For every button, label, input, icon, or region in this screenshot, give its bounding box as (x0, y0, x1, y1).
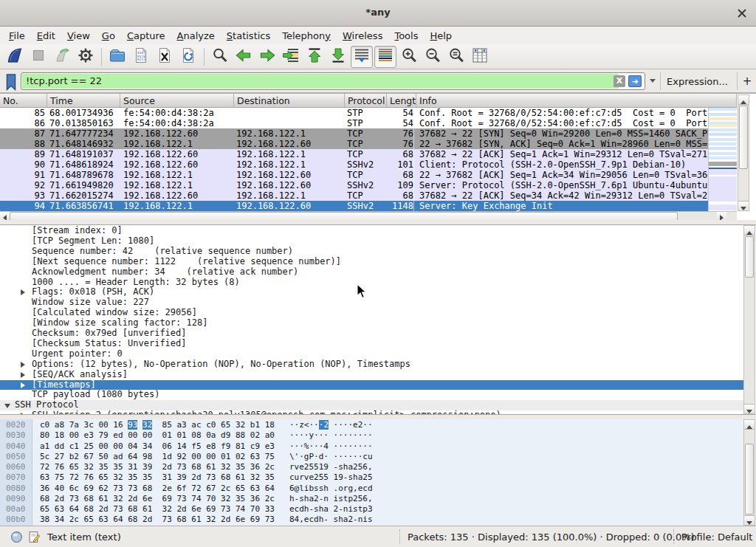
restart-capture-button[interactable] (51, 46, 73, 68)
capture-comment-icon[interactable] (28, 531, 41, 543)
hex-row-0090[interactable]: 009068 2d 73 68 61 32 2d 6e 69 73 74 70 … (0, 494, 743, 504)
menu-file[interactable]: File (3, 28, 31, 44)
start-capture-button[interactable] (4, 46, 26, 68)
scroll-down-icon[interactable] (744, 515, 755, 525)
column-header-destination[interactable]: Destination (234, 94, 345, 108)
go-forward-button[interactable] (256, 46, 278, 68)
packet-row-88[interactable]: 8871.648146932192.168.122.1192.168.122.6… (0, 139, 708, 149)
find-packet-button[interactable] (209, 46, 231, 68)
expander-collapsed-icon[interactable] (21, 289, 25, 295)
close-file-button[interactable] (154, 46, 176, 68)
expression-button[interactable]: Expression... (667, 76, 728, 87)
menu-go[interactable]: Go (96, 28, 121, 44)
intelligent-scrollbar-minimap[interactable] (708, 108, 737, 211)
scroll-up-icon[interactable] (744, 226, 755, 235)
detail-tree-item[interactable]: [Timestamps] (0, 380, 743, 391)
filter-apply-button[interactable]: ➜ (628, 75, 642, 87)
detail-tree-item[interactable]: [SEQ/ACK analysis] (0, 370, 743, 380)
scrollbar-thumb[interactable] (745, 236, 754, 278)
expander-collapsed-icon[interactable] (21, 362, 25, 368)
scroll-up-icon[interactable] (744, 420, 755, 430)
go-to-packet-button[interactable] (280, 46, 302, 68)
open-file-button[interactable] (106, 46, 128, 68)
detail-tree-item[interactable]: [TCP Segment Len: 1080] (0, 236, 743, 247)
hex-row-0040[interactable]: 0040a1 dd c1 25 00 00 04 34 06 14 f5 e8 … (0, 441, 743, 452)
column-header-length[interactable]: Length (387, 94, 416, 108)
column-header-source[interactable]: Source (120, 94, 234, 108)
packet-row-90[interactable]: 9071.648618924192.168.122.60192.168.122.… (0, 159, 708, 170)
profile-status[interactable]: Profile: Default (681, 531, 752, 543)
go-first-button[interactable] (303, 46, 326, 68)
detail-tree-item[interactable]: 1000 .... = Header Length: 32 bytes (8) (0, 278, 743, 288)
hex-row-0070[interactable]: 007063 75 72 76 65 32 35 35 31 39 2d 73 … (0, 472, 743, 483)
go-last-button[interactable] (327, 46, 349, 68)
scroll-down-icon[interactable] (744, 404, 755, 413)
titlebar[interactable]: *any (0, 0, 756, 27)
scrollbar-thumb[interactable] (745, 444, 754, 515)
hex-row-00b0[interactable]: 00b038 34 2c 65 63 64 68 2d 73 68 61 32 … (0, 515, 743, 525)
packet-row-94[interactable]: 9471.663856741192.168.122.1192.168.122.6… (0, 201, 708, 211)
zoom-reset-button[interactable] (445, 46, 467, 68)
packet-list-vscrollbar[interactable] (738, 94, 749, 211)
detail-tree-item[interactable]: Sequence number: 42 (relative sequence n… (0, 247, 743, 257)
detail-tree-item[interactable]: [Next sequence number: 1122 (relative se… (0, 257, 743, 267)
detail-tree-item[interactable]: Flags: 0x018 (PSH, ACK) (0, 287, 743, 297)
packet-row-86[interactable]: 8670.013850163fe:54:00:d4:38:2aSTP54Conf… (0, 118, 708, 128)
column-header-info[interactable]: Info (416, 94, 737, 108)
filter-clear-button[interactable]: X (614, 75, 625, 87)
hex-row-0050[interactable]: 00505c 27 b2 67 50 ad 64 98 1d 92 00 00 … (0, 452, 743, 462)
hex-vscrollbar[interactable] (743, 419, 755, 526)
resize-columns-button[interactable] (469, 46, 491, 68)
filter-dropdown-caret[interactable] (650, 79, 656, 83)
expander-collapsed-icon[interactable] (21, 372, 25, 378)
packet-row-91[interactable]: 9171.648789678192.168.122.1192.168.122.6… (0, 170, 708, 180)
scroll-down-icon[interactable] (738, 201, 749, 210)
detail-vscrollbar[interactable] (743, 225, 755, 414)
capture-options-button[interactable] (75, 46, 97, 68)
expander-expanded-icon[interactable] (4, 404, 10, 408)
scrollbar-thumb[interactable] (739, 106, 748, 169)
menu-telephony[interactable]: Telephony (276, 28, 337, 44)
stop-capture-button[interactable] (27, 46, 49, 68)
detail-tree-item[interactable]: Checksum: 0x79ed [unverified] (0, 328, 743, 339)
detail-tree-item[interactable]: Window size value: 227 (0, 297, 743, 308)
detail-tree-item[interactable]: TCP payload (1080 bytes) (0, 390, 743, 400)
detail-tree-item[interactable]: Urgent pointer: 0 (0, 349, 743, 359)
save-file-button[interactable]: 010101100111 (130, 46, 152, 68)
menu-capture[interactable]: Capture (121, 28, 171, 44)
detail-tree-item[interactable]: SSH Protocol (0, 400, 743, 410)
display-filter-input[interactable]: !tcp.port == 22 (22, 74, 619, 89)
detail-tree-item[interactable]: [Stream index: 0] (0, 226, 743, 236)
packet-row-93[interactable]: 9371.662015274192.168.122.60192.168.122.… (0, 190, 708, 201)
expander-collapsed-icon[interactable] (21, 382, 25, 388)
hex-row-0020[interactable]: 0020c0 a8 7a 3c 00 16 93 32 85 a3 ac c0 … (0, 420, 743, 430)
hex-row-0080[interactable]: 008036 40 6c 69 62 73 73 68 2e 6f 72 67 … (0, 484, 743, 494)
menu-tools[interactable]: Tools (388, 28, 424, 44)
hex-row-00a0[interactable]: 00a065 63 64 68 2d 73 68 61 32 2d 6e 69 … (0, 504, 743, 515)
column-header-protocol[interactable]: Protocol (345, 94, 387, 108)
expert-info-icon[interactable] (10, 531, 23, 543)
menu-help[interactable]: Help (424, 28, 458, 44)
auto-scroll-button[interactable] (351, 46, 373, 68)
column-header-time[interactable]: Time (47, 94, 120, 108)
zoom-in-button[interactable] (398, 46, 420, 68)
go-back-button[interactable] (233, 46, 255, 68)
packet-row-85[interactable]: 8568.001734936fe:54:00:d4:38:2aSTP54Conf… (0, 108, 708, 118)
menu-statistics[interactable]: Statistics (221, 28, 276, 44)
detail-tree-item[interactable]: Options: (12 bytes), No-Operation (NOP),… (0, 359, 743, 370)
menu-view[interactable]: View (61, 28, 96, 44)
close-icon[interactable] (735, 7, 749, 20)
scroll-up-icon[interactable] (738, 95, 749, 105)
hex-row-0030[interactable]: 003080 18 00 e3 79 ed 00 00 01 01 08 0a … (0, 430, 743, 441)
colorize-button[interactable] (374, 46, 396, 68)
filter-bookmark-icon[interactable] (4, 73, 18, 89)
detail-tree-item[interactable]: [Calculated window size: 29056] (0, 308, 743, 318)
packet-row-89[interactable]: 8971.648191037192.168.122.60192.168.122.… (0, 149, 708, 159)
menu-analyze[interactable]: Analyze (171, 28, 221, 44)
detail-tree-item[interactable]: [Window size scaling factor: 128] (0, 318, 743, 328)
zoom-out-button[interactable] (422, 46, 444, 68)
menu-wireless[interactable]: Wireless (337, 28, 388, 44)
detail-tree-item[interactable]: Acknowledgment number: 34 (relative ack … (0, 267, 743, 278)
hex-row-0060[interactable]: 006072 76 65 32 35 35 31 39 2d 73 68 61 … (0, 462, 743, 472)
column-header-no[interactable]: No. (0, 94, 47, 108)
